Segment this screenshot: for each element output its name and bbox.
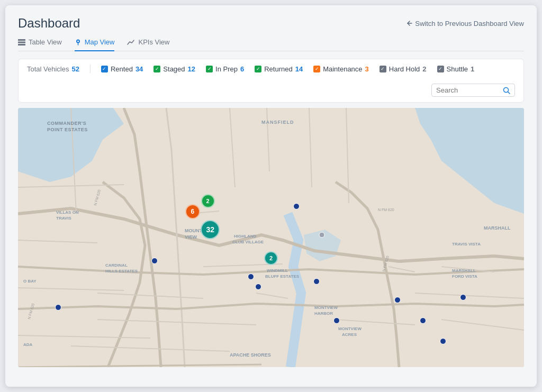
switch-view-label: Switch to Previous Dashboard View	[415, 20, 524, 28]
pin-1[interactable]	[293, 203, 300, 209]
map-svg: COMMANDER'S POINT ESTATES MANSFIELD VILL…	[18, 108, 524, 367]
checkbox-returned[interactable]	[255, 66, 261, 72]
pin-6[interactable]	[55, 304, 61, 311]
svg-rect-3	[18, 44, 25, 45]
search-box[interactable]	[431, 84, 515, 97]
svg-text:MONTVIEW: MONTVIEW	[314, 305, 338, 310]
staged-label: Staged	[163, 65, 185, 73]
tab-kpis-label: KPIs View	[138, 38, 169, 46]
in-prep-count: 6	[240, 65, 244, 73]
page-title: Dashboard	[18, 16, 80, 31]
svg-text:TRAVIS: TRAVIS	[56, 216, 71, 221]
svg-rect-2	[18, 41, 25, 43]
svg-text:APACHE SHORES: APACHE SHORES	[230, 352, 271, 358]
svg-text:WINDMILL: WINDMILL	[267, 268, 288, 273]
cluster-6[interactable]: 6	[185, 204, 200, 219]
filter-in-prep[interactable]: In Prep 6	[206, 65, 244, 73]
svg-text:HILLS ESTATES: HILLS ESTATES	[105, 269, 138, 274]
table-icon	[18, 39, 25, 45]
svg-text:MOUNT: MOUNT	[185, 228, 202, 233]
hard-hold-label: Hard Hold	[389, 65, 420, 73]
returned-label: Returned	[264, 65, 292, 73]
switch-view-link[interactable]: Switch to Previous Dashboard View	[405, 20, 524, 28]
pin-8[interactable]	[394, 297, 401, 303]
tabs-row: Table View Map View KPIs View	[18, 38, 524, 51]
shuttle-count: 1	[471, 65, 474, 73]
tab-table-label: Table View	[29, 38, 62, 46]
filter-rented[interactable]: Rented 34	[101, 65, 143, 73]
svg-text:TRAVIS VISTA: TRAVIS VISTA	[452, 242, 481, 247]
in-prep-label: In Prep	[215, 65, 238, 73]
gray-pin	[319, 232, 324, 238]
tab-kpis-view[interactable]: KPIs View	[127, 38, 169, 51]
map-container[interactable]: COMMANDER'S POINT ESTATES MANSFIELD VILL…	[18, 108, 524, 367]
pin-11[interactable]	[440, 338, 446, 344]
checkbox-rented[interactable]	[101, 66, 108, 72]
pin-2[interactable]	[151, 258, 158, 264]
svg-text:ADA: ADA	[23, 342, 33, 347]
pin-4[interactable]	[255, 284, 261, 290]
svg-text:MARSHALL: MARSHALL	[452, 268, 476, 273]
search-input[interactable]	[436, 86, 500, 94]
checkbox-shuttle[interactable]	[437, 66, 444, 72]
checkbox-maintenance[interactable]	[313, 66, 320, 72]
filter-staged[interactable]: Staged 12	[153, 65, 195, 73]
total-vehicles-count: 52	[72, 65, 79, 73]
pin-5[interactable]	[313, 278, 320, 285]
chart-icon	[127, 39, 135, 45]
cluster-2-green[interactable]: 2	[201, 194, 215, 208]
svg-text:POINT ESTATES: POINT ESTATES	[47, 127, 88, 132]
returned-count: 14	[295, 65, 303, 73]
filter-total-vehicles: Total Vehicles 52	[27, 65, 79, 73]
svg-text:VIEW: VIEW	[185, 234, 197, 240]
tab-map-label: Map View	[85, 38, 115, 46]
rented-label: Rented	[111, 65, 133, 73]
checkbox-staged[interactable]	[153, 66, 160, 72]
tab-map-view[interactable]: Map View	[75, 38, 115, 51]
total-vehicles-label: Total Vehicles	[27, 65, 69, 73]
svg-text:FORD VISTA: FORD VISTA	[452, 274, 477, 279]
tab-table-view[interactable]: Table View	[18, 38, 62, 51]
filter-shuttle[interactable]: Shuttle 1	[437, 65, 475, 73]
checkbox-in-prep[interactable]	[206, 66, 213, 72]
svg-text:BLUFF ESTATES: BLUFF ESTATES	[265, 274, 300, 279]
cluster-2-teal[interactable]: 2	[264, 251, 278, 265]
svg-text:MANSFIELD: MANSFIELD	[261, 120, 294, 125]
checkbox-hard-hold[interactable]	[380, 66, 386, 72]
svg-text:COMMANDER'S: COMMANDER'S	[47, 121, 86, 126]
svg-text:MONTVIEW: MONTVIEW	[338, 326, 362, 331]
svg-text:VILLAS ON: VILLAS ON	[56, 210, 79, 215]
svg-text:O BAY: O BAY	[23, 279, 37, 284]
maintenance-count: 3	[365, 65, 369, 73]
staged-count: 12	[188, 65, 195, 73]
header-row: Dashboard Switch to Previous Dashboard V…	[18, 16, 524, 31]
filter-maintenance[interactable]: Maintenance 3	[313, 65, 369, 73]
app-container: Dashboard Switch to Previous Dashboard V…	[5, 5, 537, 387]
svg-text:MARSHALL: MARSHALL	[484, 225, 511, 231]
filter-returned[interactable]: Returned 14	[255, 65, 303, 73]
cluster-32[interactable]: 32	[201, 220, 220, 239]
arrow-left-icon	[405, 21, 412, 26]
search-icon	[503, 87, 510, 94]
rented-count: 34	[136, 65, 143, 73]
shuttle-label: Shuttle	[447, 65, 468, 73]
hard-hold-count: 2	[422, 65, 426, 73]
svg-text:CLUB VILLAGE: CLUB VILLAGE	[232, 240, 264, 244]
pin-3[interactable]	[248, 274, 254, 280]
divider-1	[90, 65, 91, 73]
svg-text:CARDINAL: CARDINAL	[105, 263, 128, 268]
filter-bar: Total Vehicles 52 Rented 34 Staged 12 In…	[18, 59, 524, 103]
filter-hard-hold[interactable]: Hard Hold 2	[380, 65, 427, 73]
pin-7[interactable]	[333, 317, 340, 324]
svg-rect-1	[18, 39, 25, 41]
pin-9[interactable]	[460, 294, 466, 300]
svg-text:ACRES: ACRES	[342, 332, 357, 337]
svg-point-5	[77, 41, 79, 42]
map-pin-icon	[75, 39, 82, 45]
pin-10[interactable]	[420, 317, 426, 324]
svg-text:HIGHLAND: HIGHLAND	[234, 234, 256, 239]
maintenance-label: Maintenance	[323, 65, 362, 73]
svg-line-7	[508, 92, 510, 94]
svg-text:HARBOR: HARBOR	[314, 311, 333, 316]
svg-text:N FM 620: N FM 620	[378, 208, 394, 212]
